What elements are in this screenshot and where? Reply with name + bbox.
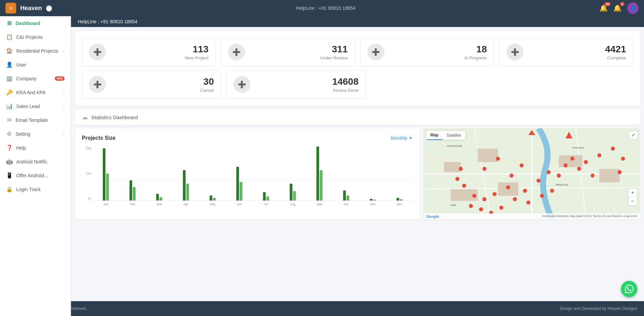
map-zoom-out-button[interactable]: − xyxy=(628,197,637,206)
bar-mar-light xyxy=(160,197,162,201)
sidebar-item-setting[interactable]: ⚙ Setting › xyxy=(0,127,71,141)
in-progress-info: 18 In Progress xyxy=(390,44,487,60)
sidebar-label-user: User xyxy=(16,62,65,68)
sidebar-item-email-template[interactable]: ✉ Email Template xyxy=(0,113,71,127)
svg-point-28 xyxy=(540,194,544,198)
chart-header: Projects Size Monthly ▼ xyxy=(82,135,413,141)
bar-dec-dark xyxy=(397,198,399,201)
bell-notification-1[interactable]: 🔔 45 xyxy=(599,4,608,12)
statistics-dashboard-bar: ☁ Statistics Dashboard xyxy=(75,109,640,125)
sidebar-item-ci-projects[interactable]: 📋 C&I Projects xyxy=(0,30,71,44)
record-button[interactable]: ⬤ xyxy=(46,5,52,11)
sidebar-item-offer-android[interactable]: 📱 Offer Android... xyxy=(0,168,71,182)
helpline-bar: HelpLine : +91 90810 18654 xyxy=(71,16,644,27)
login-track-icon: 🔒 xyxy=(6,186,13,192)
map-toolbar: Map Satellite xyxy=(426,131,465,140)
user-avatar[interactable]: 👤 xyxy=(627,2,639,14)
whatsapp-fab-button[interactable] xyxy=(621,281,637,297)
bar-sep-light xyxy=(320,170,323,201)
map-expand-button[interactable]: ⤢ xyxy=(629,131,637,139)
bar-group-jul: Jul xyxy=(253,147,280,207)
android-notif-icon: 🤖 xyxy=(6,158,13,165)
bar-jun-light xyxy=(240,182,242,201)
bar-label-may: May xyxy=(210,203,216,206)
bar-group-jan: Jan xyxy=(93,147,119,207)
dropdown-arrow-icon: ▼ xyxy=(409,136,413,140)
svg-point-22 xyxy=(479,207,483,211)
whatsapp-icon xyxy=(625,285,634,293)
footer: © 2020 Heaven Designs All rights reserve… xyxy=(0,301,644,316)
cloud-icon: ☁ xyxy=(82,113,88,121)
bar-group-nov: Nov xyxy=(359,147,386,207)
sidebar-label-setting: Setting xyxy=(16,131,60,137)
svg-point-41 xyxy=(618,170,622,174)
chart-filter-label: Monthly xyxy=(391,135,407,141)
invoice-number: 14608 xyxy=(256,76,359,87)
svg-point-39 xyxy=(611,147,615,151)
svg-text:VARACHHA: VARACHHA xyxy=(555,184,569,186)
sidebar-item-company[interactable]: 🏢 Company 643 xyxy=(0,72,71,85)
sidebar-label-kra: KRA And KPA xyxy=(16,90,60,95)
cancel-info: 30 Cancel xyxy=(111,76,214,93)
svg-rect-9 xyxy=(559,155,582,167)
chart-filter-dropdown[interactable]: Monthly ▼ xyxy=(391,135,413,141)
bar-label-apr: Apr xyxy=(184,203,188,206)
navbar-right: 🔔 45 🔔 2 👤 xyxy=(599,2,639,14)
sidebar-item-help[interactable]: ❓ Help xyxy=(0,141,71,155)
y-label-0k: 0k xyxy=(88,197,91,201)
map-card: KATARGAM Surat Pasodara VARACHHA DANI Ma… xyxy=(424,128,640,219)
sidebar-item-dashboard[interactable]: ⊞ Dashboard xyxy=(0,16,71,30)
map-tab-satellite[interactable]: Satellite xyxy=(443,131,465,140)
notification-badge-2: 2 xyxy=(620,2,624,6)
invoice-info: 14608 Invoice Done xyxy=(256,76,359,93)
bar-may-light xyxy=(213,198,216,201)
y-label-10k: 10k xyxy=(86,172,91,176)
sales-lead-arrow-icon: › xyxy=(63,104,65,108)
svg-point-33 xyxy=(564,163,568,167)
sidebar-item-sales-lead[interactable]: 📊 Sales Lead › xyxy=(0,99,71,113)
bottom-section: Projects Size Monthly ▼ 20k 10k 0k xyxy=(75,128,640,219)
map-terms: Keyboard shortcuts Map data ©2021 Terms … xyxy=(542,214,637,218)
company-badge: 643 xyxy=(55,76,65,81)
sidebar-item-residential[interactable]: 🏠 Residential Projects › xyxy=(0,44,71,58)
map-tab-map[interactable]: Map xyxy=(426,131,443,140)
map-area[interactable]: KATARGAM Surat Pasodara VARACHHA DANI Ma… xyxy=(424,128,640,219)
sidebar-label-email-template: Email Template xyxy=(16,117,65,123)
map-zoom-controls: + − xyxy=(628,188,637,206)
dashboard-icon: ⊞ xyxy=(6,20,12,26)
svg-point-13 xyxy=(482,167,486,171)
svg-text:Pasodara: Pasodara xyxy=(572,146,584,149)
kra-arrow-icon: › xyxy=(63,90,65,95)
kra-icon: 🔑 xyxy=(6,89,13,96)
bar-jul-light xyxy=(266,196,269,201)
bar-group-jun: Jun xyxy=(226,147,253,207)
bar-feb-light xyxy=(133,187,136,201)
y-label-20k: 20k xyxy=(86,147,91,150)
sidebar: ⊞ Dashboard 📋 C&I Projects 🏠 Residential… xyxy=(0,16,71,316)
map-zoom-in-button[interactable]: + xyxy=(628,189,637,197)
navbar-left: H Heaven ⬤ xyxy=(5,3,52,14)
stats-row-2: ➕ 30 Cancel ➕ 14608 Invoice Done xyxy=(82,70,633,99)
bar-nov-light xyxy=(373,200,376,201)
bar-group-apr: Apr xyxy=(173,147,199,207)
sidebar-item-android-notif[interactable]: 🤖 Android Notific. xyxy=(0,155,71,168)
new-project-number: 113 xyxy=(111,44,209,55)
svg-point-14 xyxy=(496,157,500,161)
top-navbar: H Heaven ⬤ HelpLine : +91 90810 18654 🔔 … xyxy=(0,0,644,16)
cancel-label: Cancel xyxy=(111,88,214,93)
map-svg: KATARGAM Surat Pasodara VARACHHA DANI xyxy=(424,128,640,219)
bell-notification-2[interactable]: 🔔 2 xyxy=(613,4,622,12)
sidebar-item-kra[interactable]: 🔑 KRA And KPA › xyxy=(0,85,71,99)
sidebar-item-login-track[interactable]: 🔒 Login Track xyxy=(0,182,71,196)
bar-label-jan: Jan xyxy=(103,203,109,206)
sidebar-item-user[interactable]: 👤 User xyxy=(0,58,71,72)
svg-point-36 xyxy=(584,160,588,164)
bar-nov-dark xyxy=(370,199,373,201)
bar-jan-light xyxy=(106,174,109,201)
bar-oct-light xyxy=(347,195,349,201)
bar-mar-dark xyxy=(156,194,159,201)
svg-point-38 xyxy=(597,153,601,157)
ci-projects-icon: 📋 xyxy=(6,34,13,40)
in-progress-label: In Progress xyxy=(390,55,487,60)
svg-point-20 xyxy=(472,194,476,198)
